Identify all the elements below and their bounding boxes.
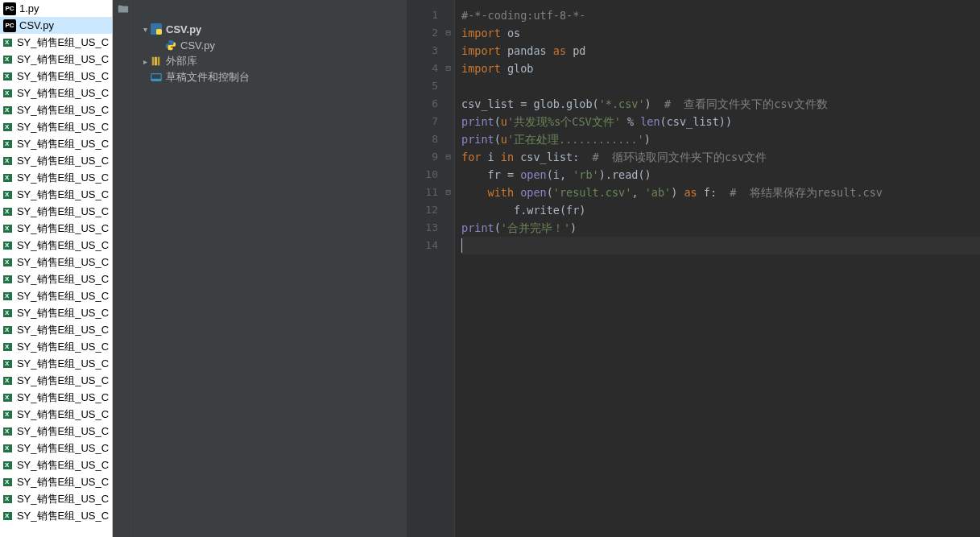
taskbar-item[interactable]: SY_销售E组_US_CA_... (0, 186, 112, 203)
fold-toggle-icon[interactable]: ⊟ (445, 148, 451, 166)
excel-icon (3, 155, 14, 167)
chevron-right-icon[interactable]: ▸ (140, 57, 150, 66)
taskbar-item[interactable]: SY_销售E组_US_CA_... (0, 254, 112, 271)
project-file-node[interactable]: ▾ CSV.py (113, 37, 407, 53)
editor-code[interactable]: #-*-coding:utf-8-*- import os import pan… (455, 0, 980, 537)
taskbar-item[interactable]: SY_销售E组_US_CA_... (0, 237, 112, 254)
excel-icon (3, 205, 14, 218)
external-libraries-node[interactable]: ▸ 外部库 (113, 53, 407, 69)
taskbar-item[interactable]: SY_销售E组_US_CA_... (0, 456, 112, 473)
gutter-line-number[interactable]: 7 (407, 113, 454, 130)
taskbar-item[interactable]: SY_销售E组_US_CA_... (0, 152, 112, 169)
taskbar-item[interactable]: SY_销售E组_US_CA_... (0, 473, 112, 490)
taskbar-item[interactable]: SY_销售E组_US_CA_... (0, 389, 112, 406)
taskbar-item[interactable]: SY_销售E组_US_CA_... (0, 68, 112, 85)
gutter-line-number[interactable]: 10 (407, 166, 454, 184)
gutter-line-number[interactable]: 8 (407, 130, 454, 148)
excel-icon (3, 53, 14, 66)
taskbar-item[interactable]: SY_销售E组_US_CA_... (0, 34, 112, 51)
taskbar-item[interactable]: SY_销售E组_US_CA_... (0, 271, 112, 287)
gutter-line-number[interactable]: 4⊟ (407, 60, 454, 77)
scratches-node[interactable]: ▸ 草稿文件和控制台 (113, 69, 407, 85)
taskbar-item[interactable]: SY_销售E组_US_CA_... (0, 321, 112, 338)
taskbar-item-label: SY_销售E组_US_CA_... (17, 407, 109, 422)
taskbar-item[interactable]: SY_销售E组_US_CA_... (0, 101, 112, 118)
excel-icon (3, 290, 14, 303)
excel-icon (3, 104, 14, 117)
gutter-line-number[interactable]: 2⊟ (407, 24, 454, 42)
gutter-line-number[interactable]: 6 (407, 95, 454, 113)
external-libraries-label: 外部库 (166, 54, 197, 68)
taskbar-item[interactable]: SY_销售E组_US_CA_... (0, 220, 112, 237)
taskbar-item-label: SY_销售E组_US_CA_... (17, 390, 109, 405)
excel-icon (3, 442, 14, 455)
gutter-line-number[interactable]: 12 (407, 201, 454, 219)
excel-icon (3, 273, 14, 286)
taskbar-item[interactable]: SY_销售E组_US_CA_... (0, 406, 112, 423)
svg-rect-3 (155, 57, 157, 66)
gutter-line-number[interactable]: 9⊟ (407, 148, 454, 166)
excel-icon (3, 307, 14, 320)
taskbar-item[interactable]: SY_销售E组_US_CA_... (0, 304, 112, 321)
project-tree: ▾ CSV.py ▾ CSV.py ▸ 外部库 ▸ (113, 18, 407, 89)
taskbar-item[interactable]: SY_销售E组_US_CA_... (0, 169, 112, 186)
taskbar-item[interactable]: SY_销售E组_US_CA_... (0, 203, 112, 220)
taskbar-item[interactable]: SY_销售E组_US_CA_... (0, 118, 112, 135)
excel-icon (3, 341, 14, 353)
taskbar-item[interactable]: PCCSV.py (0, 17, 112, 34)
taskbar-item-label: SY_销售E组_US_CA_... (17, 306, 109, 320)
excel-icon (3, 510, 14, 523)
taskbar-item-label: SY_销售E组_US_CA_... (17, 509, 109, 523)
gutter-line-number[interactable]: 1 (407, 6, 454, 24)
editor-area: 12⊟34⊟56789⊟1011⊟121314 #-*-coding:utf-8… (407, 0, 980, 537)
excel-icon (3, 425, 14, 438)
library-icon (150, 55, 163, 68)
taskbar-item-label: SY_销售E组_US_CA_... (17, 120, 109, 134)
taskbar-item-label: SY_销售E组_US_CA_... (17, 238, 109, 253)
taskbar-item[interactable]: SY_销售E组_US_CA_... (0, 490, 112, 507)
panel-divider (130, 0, 131, 537)
project-file-label: CSV.py (180, 39, 215, 52)
gutter-line-number[interactable]: 14 (407, 237, 454, 254)
taskbar-item-label: SY_销售E组_US_CA_... (17, 374, 109, 388)
taskbar-item[interactable]: SY_销售E组_US_CA_... (0, 355, 112, 372)
taskbar-item[interactable]: PC1.py (0, 0, 112, 17)
taskbar-item[interactable]: SY_销售E组_US_CA_... (0, 338, 112, 355)
gutter-line-number[interactable]: 3 (407, 42, 454, 60)
taskbar-item-label: CSV.py (19, 19, 54, 31)
taskbar-item[interactable]: SY_销售E组_US_CA_... (0, 287, 112, 304)
excel-icon (3, 188, 14, 201)
excel-icon (3, 36, 14, 49)
project-panel-header[interactable] (113, 0, 407, 18)
taskbar-item[interactable]: SY_销售E组_US_CA_... (0, 440, 112, 456)
taskbar-item-label: SY_销售E组_US_CA_... (17, 255, 109, 270)
taskbar-item[interactable]: SY_销售E组_US_CA_... (0, 423, 112, 440)
excel-icon (3, 121, 14, 134)
taskbar-item[interactable]: SY_销售E组_US_CA_... (0, 507, 112, 524)
excel-icon (3, 256, 14, 269)
fold-toggle-icon[interactable]: ⊟ (445, 184, 451, 201)
fold-toggle-icon[interactable]: ⊟ (445, 60, 451, 77)
fold-toggle-icon[interactable]: ⊟ (445, 24, 451, 42)
scratches-label: 草稿文件和控制台 (166, 70, 250, 85)
project-tool-window: ▾ CSV.py ▾ CSV.py ▸ 外部库 ▸ (113, 0, 407, 537)
gutter-line-number[interactable]: 11⊟ (407, 184, 454, 201)
svg-rect-4 (158, 57, 160, 66)
taskbar-item-label: SY_销售E组_US_CA_... (17, 272, 109, 287)
current-line[interactable] (461, 237, 980, 254)
taskbar-item[interactable]: SY_销售E组_US_CA_... (0, 51, 112, 68)
taskbar-item[interactable]: SY_销售E组_US_CA_... (0, 372, 112, 389)
taskbar-item-label: SY_销售E组_US_CA_... (17, 340, 109, 354)
pycharm-icon: PC (3, 19, 16, 32)
gutter-line-number[interactable]: 13 (407, 219, 454, 237)
chevron-down-icon[interactable]: ▾ (140, 25, 150, 34)
taskbar-item-label: SY_销售E组_US_CA_... (17, 424, 109, 439)
taskbar-item[interactable]: SY_销售E组_US_CA_... (0, 135, 112, 152)
project-root-node[interactable]: ▾ CSV.py (113, 21, 407, 37)
pycharm-icon: PC (3, 2, 16, 15)
taskbar-item-label: SY_销售E组_US_CA_... (17, 458, 109, 473)
excel-icon (3, 459, 14, 472)
editor-gutter[interactable]: 12⊟34⊟56789⊟1011⊟121314 (407, 0, 455, 537)
gutter-line-number[interactable]: 5 (407, 77, 454, 95)
taskbar-item[interactable]: SY_销售E组_US_CA_... (0, 85, 112, 101)
